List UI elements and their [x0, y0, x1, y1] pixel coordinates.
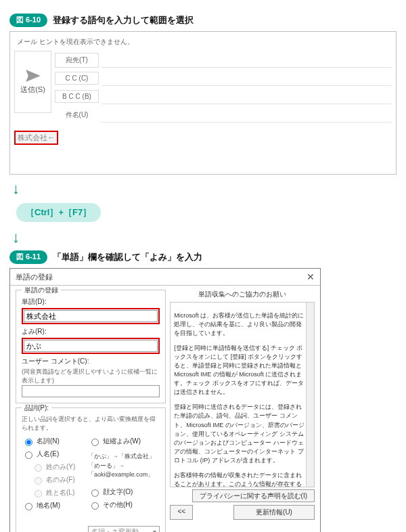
chevron-down-icon: ▾ [153, 528, 156, 532]
scrollbar[interactable] [306, 303, 314, 487]
send-icon [26, 70, 41, 82]
word-label: 単語(D): [22, 297, 160, 307]
figure-label-pill: 図 6-10 [9, 14, 47, 27]
figure-title-2: 「単語」欄を確認して「よみ」を入力 [53, 251, 202, 263]
ime-register-dialog: 単語の登録 ✕ 単語の登録 単語(D): よみ(R): ユーザー コメント(C)… [9, 268, 321, 532]
message-body[interactable]: 株式会社← [14, 131, 392, 145]
send-button[interactable]: 送信(S) [14, 51, 51, 113]
group-title: 単語の登録 [22, 286, 61, 295]
outlook-compose-window: メール ヒントを現在表示できません。 送信(S) 宛先(T) C C (C) B… [9, 31, 397, 175]
subject-input[interactable] [102, 108, 391, 123]
yomi-label: よみ(R): [22, 327, 160, 336]
hinshi-title: 品詞(P): [22, 403, 51, 413]
radio-chimei[interactable]: 地名(M) [22, 501, 76, 510]
hinshi-group: 品詞(P): 正しい品詞を選択すると、より高い変換精度を得られます。 名詞(N)… [16, 407, 166, 532]
figure-6-10-caption: 図 6-10 登録する語句を入力して範囲を選択 [9, 14, 397, 27]
privacy-statement-button[interactable]: プライバシーに関する声明を読む(I) [192, 489, 315, 502]
bcc-label-button[interactable]: B C C (B) [55, 90, 99, 103]
hinshi-hint: 正しい品詞を選択すると、より高い変換精度を得られます。 [22, 415, 160, 433]
mail-hint-row: メール ヒントを現在表示できません。 [14, 36, 392, 48]
comment-input[interactable] [22, 385, 160, 397]
figure-title: 登録する語句を入力して範囲を選択 [53, 14, 194, 26]
dialog-titlebar: 単語の登録 ✕ [10, 269, 320, 286]
word-field-highlight [22, 308, 160, 324]
send-label: 送信(S) [20, 85, 45, 95]
word-input[interactable] [24, 310, 158, 322]
figure-6-11-caption: 図 6-11 「単語」欄を確認して「よみ」を入力 [9, 250, 397, 264]
yomi-field-highlight [22, 338, 160, 354]
radio-seimei[interactable]: 姓と名(L) [31, 488, 76, 497]
radio-mei[interactable]: 名のみ(F) [31, 475, 76, 485]
collapse-button[interactable]: << [170, 505, 193, 520]
cc-input[interactable] [102, 71, 391, 86]
update-info-button[interactable]: 更新情報(U) [233, 505, 315, 520]
radio-sonota[interactable]: その他(H) [88, 500, 160, 510]
radio-jinmei[interactable]: 人名(E) [22, 449, 76, 459]
to-input[interactable] [102, 53, 391, 68]
subject-label: 件名(U) [55, 108, 99, 122]
bcc-input[interactable] [102, 89, 391, 104]
right-panel-text: Microsoft は、お客様が送信した単語を統計的に処理し、その結果を基に、よ… [170, 302, 315, 487]
figure-label-pill-2: 図 6-11 [9, 250, 47, 264]
down-arrow-2: ↓ [12, 230, 397, 245]
selected-word-highlight: 株式会社← [14, 131, 58, 145]
word-register-group: 単語の登録 単語(D): よみ(R): ユーザー コメント(C): (同音異義語… [16, 290, 166, 403]
to-label-button[interactable]: 宛先(T) [55, 53, 99, 68]
close-icon[interactable]: ✕ [307, 271, 315, 282]
dialog-title: 単語の登録 [16, 272, 53, 282]
key-combo-hint: ［Ctrl］+［F7］ [16, 203, 101, 222]
comment-hint: (同音異義語などを選択しやすいように候補一覧に表示します) [22, 368, 160, 385]
radio-kaomoji[interactable]: 顔文字(O) [88, 487, 160, 497]
other-hinshi-select[interactable]: 名詞・さ変形動 ▾ [88, 526, 160, 533]
down-arrow-1: ↓ [12, 181, 397, 196]
comment-label: ユーザー コメント(C): [22, 357, 160, 366]
conversion-examples: 「かぶ」→「株式会社」 「めーる」→「aoki@example.com」 [88, 452, 160, 480]
cc-label-button[interactable]: C C (C) [55, 72, 99, 85]
radio-sei[interactable]: 姓のみ(Y) [31, 462, 76, 472]
radio-meishi[interactable]: 名詞(N) [22, 437, 76, 446]
yomi-input[interactable] [24, 340, 158, 352]
radio-tanshuku[interactable]: 短縮よみ(W) [88, 437, 160, 446]
right-panel-title: 単語収集へのご協力のお願い [170, 290, 315, 299]
